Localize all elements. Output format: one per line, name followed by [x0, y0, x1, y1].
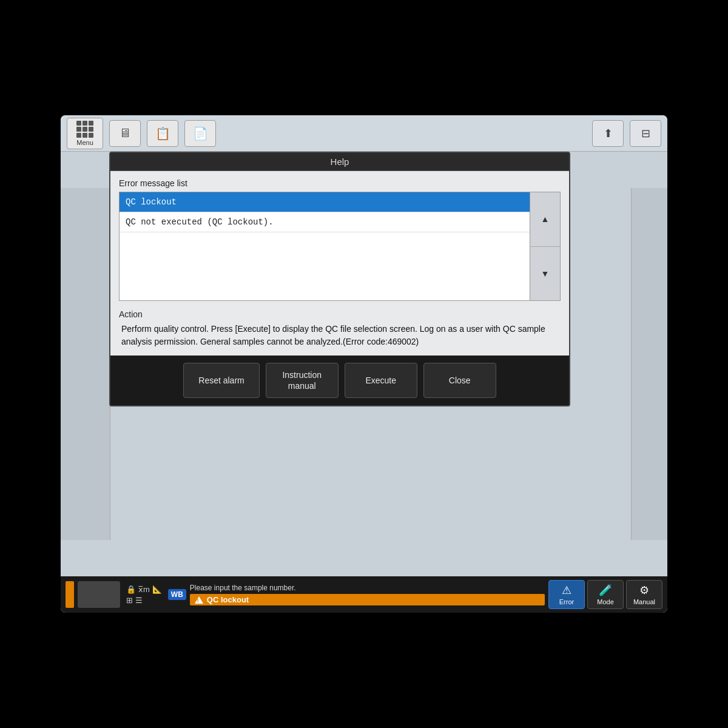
mode-label: Mode — [597, 598, 614, 605]
wb-badge: WB — [168, 589, 186, 600]
status-bar: 🔒 x̅m 📐 ⊞ ☰ WB Please input the sample n… — [61, 576, 667, 613]
wave-icon: 📐 — [152, 585, 162, 594]
instruction-manual-line1: Instruction — [282, 370, 322, 380]
status-bottom-message: QC lockout — [190, 594, 545, 605]
bars-icon: ☰ — [135, 596, 143, 605]
top-bar: Menu 🖥 📋 📄 ⬆ ⊟ — [61, 115, 667, 152]
help-body: Error message list QC lockout QC not exe… — [110, 171, 569, 356]
status-indicator — [66, 581, 74, 608]
xm-label: x̅m — [138, 585, 150, 594]
close-button[interactable]: Close — [423, 363, 496, 398]
lock-icon: 🔒 — [126, 585, 136, 594]
mode-icon: 🧪 — [599, 584, 612, 597]
upload-button[interactable]: ⬆ — [592, 120, 624, 147]
action-label: Action — [119, 309, 561, 319]
grid-icon: ⊞ — [126, 596, 133, 605]
help-footer: Reset alarm Instruction manual Execute C… — [110, 356, 569, 405]
manual-label: Manual — [633, 598, 655, 605]
error-item-0[interactable]: QC lockout — [120, 192, 530, 212]
status-messages: Please input the sample number. QC locko… — [190, 584, 545, 605]
main-screen: Menu 🖥 📋 📄 ⬆ ⊟ Help Error message list Q… — [61, 115, 667, 613]
help-title: Help — [110, 153, 569, 171]
action-text: Perform quality control. Press [Execute]… — [119, 323, 561, 348]
status-gray-box — [78, 581, 120, 608]
status-messages-area: WB Please input the sample number. QC lo… — [168, 584, 545, 605]
menu-button[interactable]: Menu — [67, 118, 103, 149]
warning-icon — [195, 596, 203, 604]
main-area: Help Error message list QC lockout QC no… — [61, 152, 667, 576]
execute-button[interactable]: Execute — [345, 363, 417, 398]
instruction-manual-line2: manual — [288, 381, 316, 391]
right-rail — [631, 188, 667, 540]
error-icon: ⚠ — [562, 584, 571, 597]
icon-2[interactable]: 📋 — [147, 120, 178, 147]
action-section: Action Perform quality control. Press [E… — [119, 309, 561, 348]
error-list: QC lockout QC not executed (QC lockout). — [119, 192, 530, 301]
icon-1[interactable]: 🖥 — [109, 120, 141, 147]
reset-alarm-button[interactable]: Reset alarm — [183, 363, 259, 398]
error-button[interactable]: ⚠ Error — [548, 580, 585, 609]
instruction-manual-button[interactable]: Instruction manual — [266, 363, 339, 398]
status-icons-group: 🔒 x̅m 📐 ⊞ ☰ — [124, 584, 164, 606]
scroll-down-button[interactable]: ▼ — [530, 247, 560, 301]
error-item-1[interactable]: QC not executed (QC lockout). — [120, 212, 530, 232]
error-list-label: Error message list — [119, 178, 561, 188]
scroll-buttons: ▲ ▼ — [530, 192, 561, 301]
error-label: Error — [559, 598, 574, 605]
icon-3[interactable]: 📄 — [184, 120, 216, 147]
mode-button[interactable]: 🧪 Mode — [587, 580, 624, 609]
error-list-container: QC lockout QC not executed (QC lockout).… — [119, 192, 561, 301]
scroll-up-button[interactable]: ▲ — [530, 192, 560, 247]
manual-button[interactable]: ⚙ Manual — [626, 580, 662, 609]
left-rail — [61, 188, 110, 540]
help-dialog: Help Error message list QC lockout QC no… — [109, 152, 570, 406]
qc-lockout-text: QC lockout — [207, 595, 249, 604]
status-top-message: Please input the sample number. — [190, 584, 545, 592]
menu-label: Menu — [76, 139, 93, 146]
settings-button[interactable]: ⊟ — [630, 120, 661, 147]
manual-icon: ⚙ — [639, 584, 649, 597]
status-right-buttons: ⚠ Error 🧪 Mode ⚙ Manual — [548, 580, 662, 609]
